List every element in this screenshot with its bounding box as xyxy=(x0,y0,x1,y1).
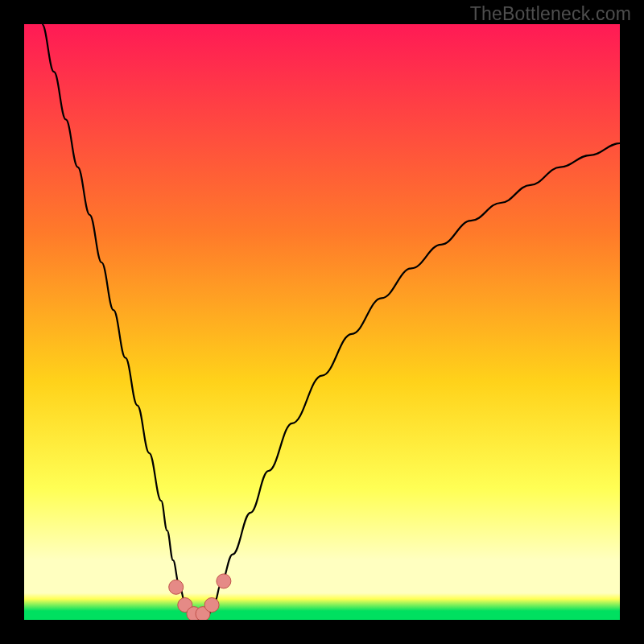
watermark-text: TheBottleneck.com xyxy=(470,3,631,25)
data-marker xyxy=(169,580,184,594)
chart-canvas xyxy=(24,24,620,620)
frame: TheBottleneck.com xyxy=(0,0,644,644)
data-marker xyxy=(204,598,219,613)
gradient-background xyxy=(24,24,620,620)
data-marker xyxy=(217,574,231,588)
